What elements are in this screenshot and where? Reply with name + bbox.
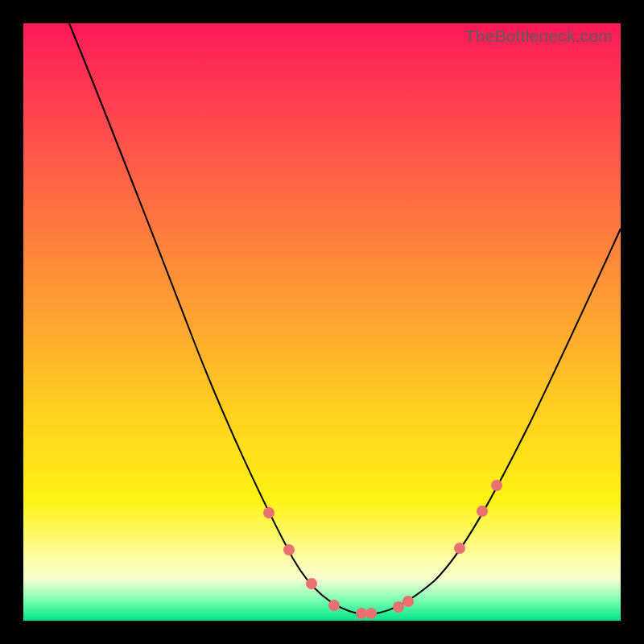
beads-group <box>263 480 502 619</box>
bead <box>356 608 367 619</box>
bead <box>328 600 340 611</box>
bead-pill <box>466 522 476 538</box>
chart-frame: TheBottleneck.com <box>0 0 644 644</box>
bead <box>283 544 295 555</box>
plot-area: TheBottleneck.com <box>23 23 621 621</box>
bead <box>454 543 465 554</box>
bead-pill <box>294 558 303 572</box>
curve-layer <box>23 23 621 621</box>
bead <box>393 601 404 613</box>
bead <box>477 506 488 517</box>
bead <box>263 507 275 518</box>
bead <box>365 608 377 619</box>
bead <box>402 596 414 607</box>
bead <box>306 578 317 589</box>
bead <box>491 480 502 491</box>
bottleneck-curve <box>69 23 621 614</box>
